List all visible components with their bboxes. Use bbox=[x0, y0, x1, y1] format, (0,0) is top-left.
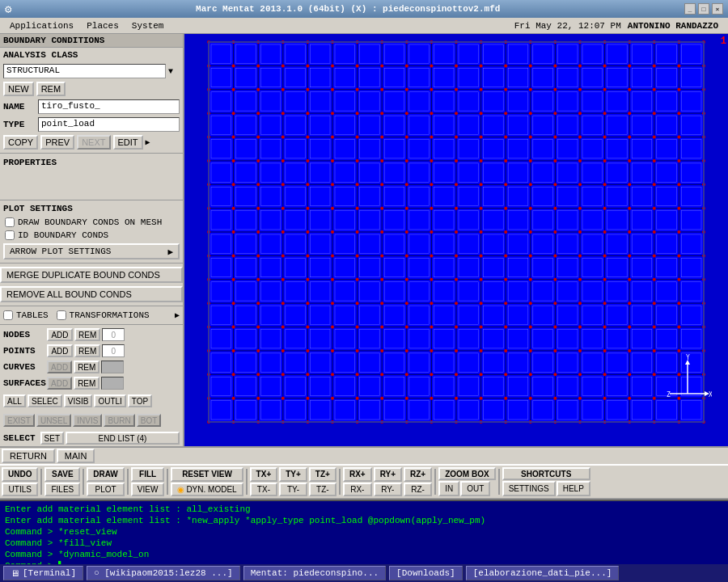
rem-button[interactable]: REM bbox=[36, 82, 66, 96]
toolbar-divider-8 bbox=[498, 469, 500, 495]
reset-view-button[interactable]: RESET VIEW bbox=[171, 467, 243, 482]
resetview-group: RESET VIEW ◉ DYN. MODEL bbox=[171, 467, 243, 496]
points-add-button[interactable]: ADD bbox=[47, 344, 73, 357]
rz-minus-button[interactable]: RZ- bbox=[404, 483, 432, 497]
plot-button[interactable]: PLOT bbox=[87, 483, 125, 497]
help-button[interactable]: HELP bbox=[557, 481, 590, 496]
toolbar-divider-5 bbox=[246, 469, 248, 495]
maximize-button[interactable]: □ bbox=[698, 3, 709, 15]
out-button[interactable]: OUT bbox=[460, 481, 490, 496]
draw-button[interactable]: DRAW bbox=[87, 467, 125, 482]
save-group: SAVE FILES bbox=[44, 467, 80, 496]
curves-label: CURVES bbox=[3, 362, 45, 372]
fill-group: FILL VIEW bbox=[131, 467, 165, 496]
visib-button[interactable]: VISIB bbox=[64, 394, 93, 407]
close-button[interactable]: × bbox=[712, 3, 723, 15]
draw-group: DRAW PLOT bbox=[87, 467, 125, 496]
rx-minus-button[interactable]: RX- bbox=[343, 483, 372, 497]
draw-bc-label: DRAW BOUNDARY CONDS ON MESH bbox=[18, 217, 162, 227]
tz-minus-button[interactable]: TZ- bbox=[309, 483, 336, 497]
toolbar-divider-7 bbox=[434, 469, 436, 495]
main-button[interactable]: MAIN bbox=[57, 449, 95, 463]
transformations-checkbox[interactable] bbox=[57, 310, 66, 320]
end-list-button[interactable]: END LIST (4) bbox=[66, 432, 180, 445]
edit-arrow[interactable]: ▶ bbox=[146, 137, 155, 147]
outli-button[interactable]: OUTLI bbox=[94, 394, 125, 407]
taskbar-downloads[interactable]: [Downloads] bbox=[389, 566, 463, 580]
ty-minus-button[interactable]: TY- bbox=[279, 483, 307, 497]
axis-indicator: Y X Z bbox=[663, 353, 712, 402]
draw-bc-checkbox[interactable] bbox=[5, 217, 15, 227]
analysis-class-row: STRUCTURAL ▼ bbox=[0, 62, 183, 80]
nodes-rem-button[interactable]: REM bbox=[74, 328, 100, 341]
remove-button[interactable]: REMOVE ALL BOUND CONDS bbox=[0, 286, 183, 302]
arrow-plot-button[interactable]: ARROW PLOT SETTINGS ▶ bbox=[3, 243, 180, 259]
save-button[interactable]: SAVE bbox=[44, 467, 80, 482]
settings-button[interactable]: SETTINGS bbox=[502, 481, 556, 496]
arrow-plot-arrow: ▶ bbox=[167, 247, 173, 257]
name-label: NAME bbox=[3, 102, 36, 112]
edit-button[interactable]: EDIT bbox=[113, 135, 143, 150]
all-button[interactable]: ALL bbox=[3, 394, 26, 407]
ry-minus-button[interactable]: RY- bbox=[374, 483, 402, 497]
canvas-area[interactable]: MSC X Software 1 Y X Z bbox=[184, 34, 728, 446]
utils-button[interactable]: UTILS bbox=[2, 483, 38, 497]
rz-plus-button[interactable]: RZ+ bbox=[404, 467, 432, 482]
merge-button[interactable]: MERGE DUPLICATE BOUND CONDS bbox=[0, 267, 183, 283]
prev-button[interactable]: PREV bbox=[40, 135, 74, 150]
tables-arrow[interactable]: ▶ bbox=[175, 310, 180, 320]
console-line-1: Enter add material element list : all_ex… bbox=[5, 504, 723, 515]
name-input[interactable]: tiro_fusto_ bbox=[38, 99, 180, 114]
view-button[interactable]: VIEW bbox=[131, 483, 165, 497]
ry-group: RY+ RY- bbox=[374, 467, 402, 496]
tx-minus-button[interactable]: TX- bbox=[250, 483, 278, 497]
taskbar-elaborazione[interactable]: [elaborazione_dati_pie...] bbox=[466, 566, 620, 580]
unsel-button: UNSEL bbox=[36, 414, 71, 427]
nodes-count[interactable] bbox=[102, 328, 125, 341]
dyn-model-icon: ◉ bbox=[177, 485, 184, 494]
files-button[interactable]: FILES bbox=[44, 483, 80, 497]
dyn-model-button[interactable]: ◉ DYN. MODEL bbox=[171, 483, 243, 497]
curves-rem-button[interactable]: REM bbox=[74, 361, 99, 373]
system-menu[interactable]: System bbox=[125, 19, 171, 32]
console-line-5: Command > *dynamic_model_on bbox=[5, 549, 723, 560]
y-axis-label: Y bbox=[686, 354, 690, 361]
zoom-box-button[interactable]: ZOOM BOX bbox=[438, 467, 495, 480]
tz-plus-button[interactable]: TZ+ bbox=[309, 467, 336, 482]
set-button[interactable]: SET bbox=[40, 432, 64, 445]
surfaces-rem-button[interactable]: REM bbox=[74, 377, 99, 390]
tx-plus-button[interactable]: TX+ bbox=[250, 467, 278, 482]
surfaces-count bbox=[101, 377, 124, 390]
selec-button[interactable]: SELEC bbox=[28, 394, 62, 407]
invis-button: INVIS bbox=[73, 414, 102, 427]
id-bc-checkbox[interactable] bbox=[5, 230, 15, 240]
console-line-4: Command > *fill_view bbox=[5, 538, 723, 549]
rx-plus-button[interactable]: RX+ bbox=[343, 467, 372, 482]
nodes-add-button[interactable]: ADD bbox=[47, 328, 73, 341]
in-button[interactable]: IN bbox=[438, 481, 459, 496]
shortcuts-button[interactable]: SHORTCUTS bbox=[502, 467, 590, 480]
exist-button: EXIST bbox=[3, 414, 35, 427]
copy-button[interactable]: COPY bbox=[3, 135, 38, 150]
ry-plus-button[interactable]: RY+ bbox=[374, 467, 402, 482]
selection-btns-row1: ALL SELEC VISIB OUTLI TOP bbox=[0, 393, 183, 409]
burn-button: BURN bbox=[104, 414, 134, 427]
type-input[interactable]: point_load bbox=[38, 117, 180, 132]
undo-button[interactable]: UNDO bbox=[2, 467, 38, 482]
points-count[interactable] bbox=[102, 344, 125, 357]
points-rem-button[interactable]: REM bbox=[74, 344, 100, 357]
applications-menu[interactable]: Applications bbox=[3, 19, 80, 32]
return-button[interactable]: RETURN bbox=[2, 449, 55, 463]
top-button[interactable]: TOP bbox=[128, 394, 152, 407]
minimize-button[interactable]: _ bbox=[684, 3, 696, 15]
analysis-class-arrow[interactable]: ▼ bbox=[168, 67, 180, 76]
taskbar-terminal[interactable]: 🖥 [Terminal] bbox=[3, 566, 83, 580]
tables-checkbox[interactable] bbox=[3, 310, 13, 320]
new-button[interactable]: NEW bbox=[3, 82, 34, 96]
analysis-class-value[interactable]: STRUCTURAL bbox=[3, 64, 166, 78]
fill-button[interactable]: FILL bbox=[131, 467, 165, 482]
places-menu[interactable]: Places bbox=[80, 19, 125, 32]
taskbar-wikipedia[interactable]: ○ [wikipaom2015:lez28 ...] bbox=[87, 566, 240, 580]
ty-plus-button[interactable]: TY+ bbox=[279, 467, 307, 482]
taskbar-mentat[interactable]: Mentat: piedeconspino... bbox=[243, 566, 386, 580]
